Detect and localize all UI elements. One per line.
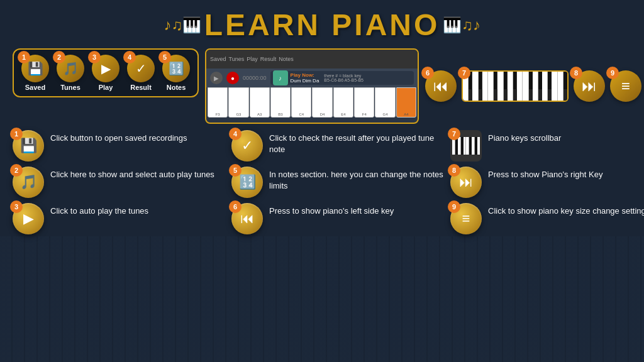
preview-play-btn[interactable]: ▶ (210, 72, 223, 84)
result-icon: 4 ✓ (127, 55, 155, 82)
badge-4: 4 (123, 51, 136, 63)
title-area: ♪♫🎹 LEARN PIANO 🎹♫♪ (0, 0, 644, 47)
music-notes-right: 🎹♫♪ (443, 16, 480, 33)
toolbar-play-btn[interactable]: 3 ▶ Play (92, 55, 119, 91)
menu-btn-wrap: 9 ≡ (610, 70, 641, 102)
exp-text-5: In notes section. here you can change th… (269, 167, 445, 192)
toolbar-section: 1 💾 Saved 2 🎵 Tunes 3 ▶ Play 4 ✓ Result (0, 48, 644, 124)
piano-scrollbar[interactable] (462, 70, 569, 102)
badge-9: 9 (606, 67, 619, 79)
exp-text-7: Piano keys scrollbar (488, 130, 561, 144)
exp-icon-wrap-3: 3 ▶ (13, 203, 44, 234)
piano-keys-area: F3 G3 A3 B3 C4 D4 (206, 87, 418, 118)
preview-label-tunes: Tunes (229, 56, 245, 62)
preview-play-now: Play Now: (291, 72, 319, 78)
badge-5: 5 (158, 51, 171, 63)
exp-icon-wrap-1: 1 💾 (13, 130, 44, 162)
tunes-label: Tunes (60, 84, 80, 91)
badge-3: 3 (88, 51, 101, 63)
preview-notes-display: there # = black keyB5-C6-B6 A5-B5-B5 (324, 74, 364, 82)
toolbar-box: 1 💾 Saved 2 🎵 Tunes 3 ▶ Play 4 ✓ Result (13, 48, 199, 97)
exp-item-3: 3 ▶ Click to auto play the tunes (13, 203, 226, 234)
preview-time: 00000:00 (243, 75, 267, 81)
exp-badge-7: 7 (448, 128, 460, 140)
piano-preview-top: Saved Tunes Play Result Notes (206, 50, 418, 69)
exp-text-9: Click to show piano key size change sett… (488, 203, 644, 217)
result-label: Result (130, 84, 152, 91)
play-icon: 3 ▶ (92, 55, 119, 82)
exp-text-6: Press to show piano's left side key (269, 203, 394, 217)
preview-label-notes: Notes (279, 56, 294, 62)
notes-label: Notes (167, 84, 186, 91)
exp-badge-8: 8 (448, 164, 460, 177)
exp-item-8: 8 ⏭ Press to show Piano's right Key (450, 167, 644, 198)
exp-badge-5: 5 (229, 164, 242, 177)
exp-icon-wrap-9: 9 ≡ (450, 203, 482, 234)
toolbar-saved-btn[interactable]: 1 💾 Saved (21, 55, 49, 91)
exp-badge-6: 6 (229, 200, 242, 213)
music-notes-left: ♪♫🎹 (164, 16, 201, 33)
play-label: Play (99, 84, 113, 91)
tunes-icon: 2 🎵 (57, 55, 84, 82)
notes-icon: 5 🔢 (162, 55, 190, 82)
badge-6: 6 (421, 67, 434, 79)
toolbar-right-group: 6 ⏮ 7 (425, 70, 641, 102)
badge-8: 8 (570, 67, 582, 79)
toolbar-tunes-btn[interactable]: 2 🎵 Tunes (57, 55, 84, 91)
exp-item-4: 4 ✓ Click to check the result after you … (231, 130, 445, 162)
exp-icon-wrap-2: 2 🎵 (13, 167, 44, 198)
preview-rec-btn[interactable]: ● (226, 72, 239, 84)
exp-text-2: Click here to show and select auto play … (50, 167, 214, 180)
exp-item-1: 1 💾 Click button to open saved recording… (13, 130, 226, 162)
prev-key-wrap: 6 ⏮ (425, 70, 457, 102)
exp-icon-wrap-8: 8 ⏭ (450, 167, 482, 198)
page-title: LEARN PIANO (204, 8, 440, 42)
badge-1: 1 (18, 51, 30, 63)
exp-item-7: 7 Piano keys scrollbar (450, 130, 644, 162)
exp-icon-wrap-4: 4 ✓ (231, 130, 263, 162)
exp-item-9: 9 ≡ Click to show piano key size change … (450, 203, 644, 234)
next-key-wrap: 8 ⏭ (574, 70, 605, 102)
exp-item-5: 5 🔢 In notes section. here you can chang… (231, 167, 445, 198)
exp-badge-4: 4 (229, 128, 242, 140)
preview-label-result: Result (260, 56, 277, 62)
badge-2: 2 (53, 51, 65, 63)
toolbar-result-btn[interactable]: 4 ✓ Result (127, 55, 155, 91)
exp-icon-wrap-5: 5 🔢 (231, 167, 263, 198)
toolbar-notes-btn[interactable]: 5 🔢 Notes (162, 55, 190, 91)
piano-scrollbar-wrap: 7 (462, 70, 569, 102)
exp-text-4: Click to check the result after you play… (269, 130, 445, 155)
exp-badge-2: 2 (10, 164, 23, 177)
exp-badge-3: 3 (10, 200, 23, 213)
exp-badge-9: 9 (448, 200, 460, 213)
exp-text-3: Click to auto play the tunes (50, 203, 148, 217)
preview-label-saved: Saved (210, 56, 226, 62)
exp-text-8: Press to show Piano's right Key (488, 167, 602, 180)
preview-label-play: Play (247, 56, 258, 62)
exp-item-2: 2 🎵 Click here to show and select auto p… (13, 167, 226, 198)
exp-icon-wrap-7: 7 (450, 130, 482, 162)
piano-preview: Saved Tunes Play Result Notes ▶ ● 00000:… (205, 48, 419, 124)
saved-label: Saved (25, 84, 45, 91)
preview-song-icon: ♪ (273, 70, 288, 85)
saved-icon: 1 💾 (21, 55, 49, 82)
exp-text-1: Click button to open saved recordings (50, 130, 187, 144)
explanations-grid: 1 💾 Click button to open saved recording… (0, 124, 644, 234)
exp-item-6: 6 ⏮ Press to show piano's left side key (231, 203, 445, 234)
exp-badge-1: 1 (10, 128, 23, 140)
preview-song-name: Dum Dim Da (291, 78, 319, 84)
badge-7: 7 (458, 67, 470, 79)
exp-icon-wrap-6: 6 ⏮ (231, 203, 263, 234)
